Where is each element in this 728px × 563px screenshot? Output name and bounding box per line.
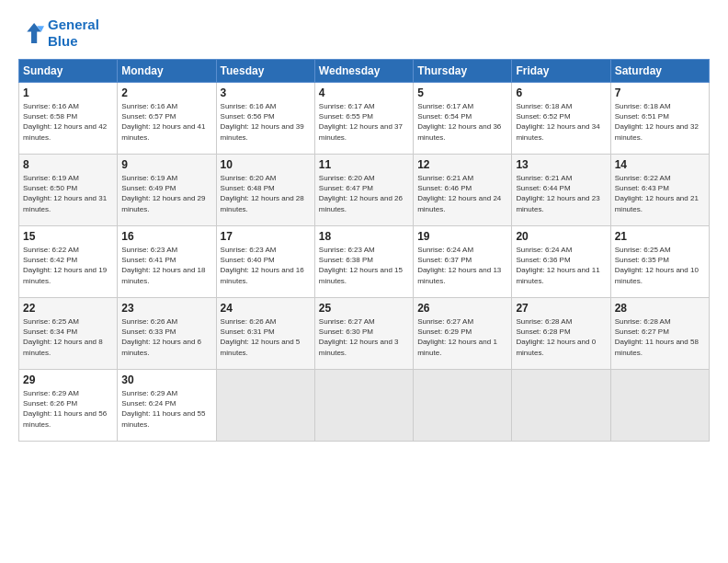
day-cell (610, 370, 709, 442)
day-info: Sunrise: 6:26 AMSunset: 6:31 PMDaylight:… (221, 317, 301, 357)
day-cell: 13Sunrise: 6:21 AMSunset: 6:44 PMDayligh… (512, 155, 610, 226)
day-number: 11 (319, 158, 409, 171)
day-info: Sunrise: 6:28 AMSunset: 6:28 PMDaylight:… (516, 317, 596, 357)
day-number: 22 (23, 302, 113, 315)
day-info: Sunrise: 6:16 AMSunset: 6:58 PMDaylight:… (23, 102, 107, 142)
day-info: Sunrise: 6:20 AMSunset: 6:48 PMDaylight:… (221, 174, 304, 213)
day-number: 7 (615, 86, 705, 99)
col-friday: Friday (512, 60, 610, 83)
day-cell: 8Sunrise: 6:19 AMSunset: 6:50 PMDaylight… (19, 155, 118, 226)
day-number: 23 (121, 302, 211, 315)
col-wednesday: Wednesday (314, 60, 413, 83)
day-number: 28 (615, 302, 705, 315)
day-number: 16 (121, 230, 211, 243)
day-number: 1 (23, 86, 113, 99)
day-info: Sunrise: 6:21 AMSunset: 6:44 PMDaylight:… (516, 174, 599, 213)
day-cell: 26Sunrise: 6:27 AMSunset: 6:29 PMDayligh… (414, 298, 512, 370)
day-cell: 14Sunrise: 6:22 AMSunset: 6:43 PMDayligh… (610, 155, 709, 226)
day-number: 4 (319, 86, 409, 99)
day-cell: 3Sunrise: 6:16 AMSunset: 6:56 PMDaylight… (216, 83, 314, 155)
day-cell: 4Sunrise: 6:17 AMSunset: 6:55 PMDaylight… (314, 83, 413, 155)
day-cell: 2Sunrise: 6:16 AMSunset: 6:57 PMDaylight… (118, 83, 216, 155)
day-info: Sunrise: 6:28 AMSunset: 6:27 PMDaylight:… (615, 317, 699, 357)
day-number: 19 (417, 230, 507, 243)
day-info: Sunrise: 6:27 AMSunset: 6:30 PMDaylight:… (319, 317, 399, 357)
logo: General Blue (18, 17, 99, 50)
day-number: 14 (615, 158, 705, 171)
day-info: Sunrise: 6:29 AMSunset: 6:24 PMDaylight:… (121, 389, 205, 429)
day-info: Sunrise: 6:19 AMSunset: 6:50 PMDaylight:… (23, 174, 107, 213)
col-sunday: Sunday (19, 60, 118, 83)
day-number: 30 (121, 373, 211, 386)
day-info: Sunrise: 6:25 AMSunset: 6:34 PMDaylight:… (23, 317, 103, 357)
day-info: Sunrise: 6:21 AMSunset: 6:46 PMDaylight:… (417, 174, 501, 213)
day-info: Sunrise: 6:22 AMSunset: 6:42 PMDaylight:… (23, 246, 107, 285)
day-number: 17 (221, 230, 311, 243)
day-info: Sunrise: 6:16 AMSunset: 6:56 PMDaylight:… (221, 102, 304, 142)
day-info: Sunrise: 6:17 AMSunset: 6:54 PMDaylight:… (417, 102, 501, 142)
day-cell (216, 370, 314, 442)
day-info: Sunrise: 6:18 AMSunset: 6:51 PMDaylight:… (615, 102, 699, 142)
day-cell: 1Sunrise: 6:16 AMSunset: 6:58 PMDaylight… (19, 83, 118, 155)
day-cell: 12Sunrise: 6:21 AMSunset: 6:46 PMDayligh… (414, 155, 512, 226)
col-tuesday: Tuesday (216, 60, 314, 83)
day-number: 9 (121, 158, 211, 171)
day-number: 5 (417, 86, 507, 99)
day-number: 18 (319, 230, 409, 243)
day-cell: 18Sunrise: 6:23 AMSunset: 6:38 PMDayligh… (314, 226, 413, 298)
day-cell: 22Sunrise: 6:25 AMSunset: 6:34 PMDayligh… (19, 298, 118, 370)
week-row-3: 15Sunrise: 6:22 AMSunset: 6:42 PMDayligh… (19, 226, 710, 298)
logo-icon (18, 20, 44, 46)
day-cell: 20Sunrise: 6:24 AMSunset: 6:36 PMDayligh… (512, 226, 610, 298)
day-info: Sunrise: 6:26 AMSunset: 6:33 PMDaylight:… (121, 317, 201, 357)
day-cell: 17Sunrise: 6:23 AMSunset: 6:40 PMDayligh… (216, 226, 314, 298)
day-info: Sunrise: 6:22 AMSunset: 6:43 PMDaylight:… (615, 174, 699, 213)
day-info: Sunrise: 6:20 AMSunset: 6:47 PMDaylight:… (319, 174, 403, 213)
day-info: Sunrise: 6:23 AMSunset: 6:38 PMDaylight:… (319, 246, 403, 285)
day-cell: 10Sunrise: 6:20 AMSunset: 6:48 PMDayligh… (216, 155, 314, 226)
day-number: 25 (319, 302, 409, 315)
logo-text: General Blue (48, 17, 99, 50)
day-number: 21 (615, 230, 705, 243)
day-info: Sunrise: 6:23 AMSunset: 6:40 PMDaylight:… (221, 246, 304, 285)
day-cell: 6Sunrise: 6:18 AMSunset: 6:52 PMDaylight… (512, 83, 610, 155)
day-cell (414, 370, 512, 442)
day-number: 13 (516, 158, 606, 171)
day-cell: 16Sunrise: 6:23 AMSunset: 6:41 PMDayligh… (118, 226, 216, 298)
day-info: Sunrise: 6:25 AMSunset: 6:35 PMDaylight:… (615, 246, 699, 285)
day-number: 12 (417, 158, 507, 171)
day-number: 10 (221, 158, 311, 171)
day-number: 27 (516, 302, 606, 315)
page: General Blue Sunday Monday Tuesday Wedne… (0, 0, 728, 563)
day-info: Sunrise: 6:29 AMSunset: 6:26 PMDaylight:… (23, 389, 107, 429)
day-number: 26 (417, 302, 507, 315)
day-info: Sunrise: 6:27 AMSunset: 6:29 PMDaylight:… (417, 317, 497, 357)
week-row-5: 29Sunrise: 6:29 AMSunset: 6:26 PMDayligh… (19, 370, 710, 442)
day-number: 20 (516, 230, 606, 243)
day-number: 3 (221, 86, 311, 99)
day-info: Sunrise: 6:19 AMSunset: 6:49 PMDaylight:… (121, 174, 205, 213)
day-cell: 11Sunrise: 6:20 AMSunset: 6:47 PMDayligh… (314, 155, 413, 226)
day-cell (512, 370, 610, 442)
day-info: Sunrise: 6:23 AMSunset: 6:41 PMDaylight:… (121, 246, 205, 285)
day-cell: 19Sunrise: 6:24 AMSunset: 6:37 PMDayligh… (414, 226, 512, 298)
day-cell: 5Sunrise: 6:17 AMSunset: 6:54 PMDaylight… (414, 83, 512, 155)
day-info: Sunrise: 6:24 AMSunset: 6:37 PMDaylight:… (417, 246, 501, 285)
day-cell: 15Sunrise: 6:22 AMSunset: 6:42 PMDayligh… (19, 226, 118, 298)
day-cell: 30Sunrise: 6:29 AMSunset: 6:24 PMDayligh… (118, 370, 216, 442)
day-cell: 9Sunrise: 6:19 AMSunset: 6:49 PMDaylight… (118, 155, 216, 226)
day-cell: 27Sunrise: 6:28 AMSunset: 6:28 PMDayligh… (512, 298, 610, 370)
day-cell (314, 370, 413, 442)
calendar-body: 1Sunrise: 6:16 AMSunset: 6:58 PMDaylight… (19, 83, 710, 442)
day-number: 24 (221, 302, 311, 315)
week-row-2: 8Sunrise: 6:19 AMSunset: 6:50 PMDaylight… (19, 155, 710, 226)
calendar-table: Sunday Monday Tuesday Wednesday Thursday… (18, 59, 710, 442)
day-number: 2 (121, 86, 211, 99)
day-number: 8 (23, 158, 113, 171)
col-saturday: Saturday (610, 60, 709, 83)
day-number: 29 (23, 373, 113, 386)
day-info: Sunrise: 6:16 AMSunset: 6:57 PMDaylight:… (121, 102, 205, 142)
week-row-1: 1Sunrise: 6:16 AMSunset: 6:58 PMDaylight… (19, 83, 710, 155)
day-info: Sunrise: 6:24 AMSunset: 6:36 PMDaylight:… (516, 246, 599, 285)
day-cell: 24Sunrise: 6:26 AMSunset: 6:31 PMDayligh… (216, 298, 314, 370)
